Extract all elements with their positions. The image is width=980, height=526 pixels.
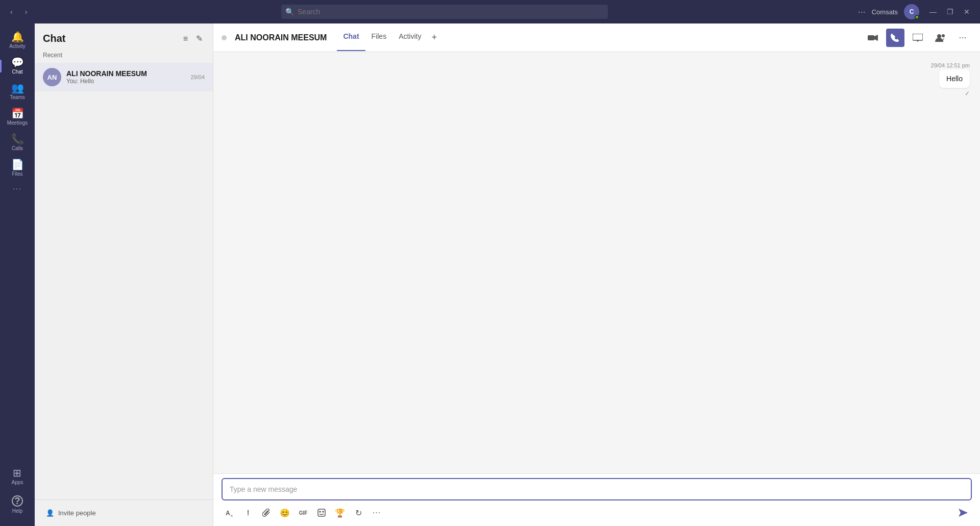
svg-rect-2 — [913, 34, 923, 40]
svg-text:x: x — [231, 513, 233, 517]
attach-button[interactable] — [258, 505, 275, 521]
video-call-button[interactable] — [864, 29, 882, 47]
sidebar-item-teams[interactable]: 👥 Teams — [0, 79, 35, 104]
tab-chat[interactable]: Chat — [337, 24, 365, 51]
message-timestamp: 29/04 12:51 pm — [931, 62, 970, 68]
message-status-icon: ✓ — [965, 90, 970, 97]
chat-icon: 💬 — [11, 57, 24, 67]
main-layout: 🔔 Activity 💬 Chat 👥 Teams 📅 Meetings 📞 C… — [0, 23, 980, 526]
panel-bottom: 👤 Invite people — [35, 499, 213, 526]
maximize-button[interactable]: ❐ — [943, 6, 958, 18]
avatar[interactable]: C — [904, 4, 919, 19]
invite-label: Invite people — [58, 509, 96, 517]
chat-header: ALI NOORAIN MEESUM Chat Files Activity + — [213, 23, 980, 52]
contact-name-header: ALI NOORAIN MEESUM — [235, 33, 327, 42]
sidebar-label-apps: Apps — [12, 480, 23, 485]
format-button[interactable]: Ax — [222, 505, 238, 521]
sidebar-item-calls[interactable]: 📞 Calls — [0, 130, 35, 155]
avatar-initials: C — [910, 8, 914, 15]
username-label: Comsats — [872, 8, 898, 16]
more-options-button[interactable]: ··· — [953, 29, 972, 47]
titlebar-right: ··· Comsats C — ❐ ✕ — [858, 4, 974, 19]
apps-icon: ⊞ — [13, 468, 21, 478]
nav-back-button[interactable]: ‹ — [6, 6, 17, 18]
participants-button[interactable] — [931, 29, 949, 47]
sidebar-item-more[interactable]: ··· — [0, 181, 35, 196]
sidebar-item-apps[interactable]: ⊞ Apps — [12, 464, 23, 489]
new-chat-button[interactable]: ✎ — [194, 32, 205, 45]
sticker-button[interactable] — [313, 505, 330, 521]
sidebar-item-help[interactable]: ? Help — [12, 491, 23, 518]
title-bar: ‹ › 🔍 ··· Comsats C — ❐ ✕ — [0, 0, 980, 23]
close-button[interactable]: ✕ — [960, 6, 974, 18]
contact-status-dot — [222, 35, 227, 40]
svg-marker-1 — [874, 35, 878, 41]
tab-files[interactable]: Files — [365, 24, 393, 51]
minimize-button[interactable]: — — [925, 6, 941, 18]
chat-panel-header: Chat ≡ ✎ — [35, 23, 213, 50]
toolbar-more-button[interactable]: ··· — [369, 505, 385, 521]
svg-rect-9 — [318, 509, 325, 516]
message-time: 29/04 — [190, 74, 205, 80]
praise-button[interactable]: 🏆 — [332, 505, 348, 521]
sidebar-item-activity[interactable]: 🔔 Activity — [0, 28, 35, 53]
filter-button[interactable]: ≡ — [181, 32, 190, 45]
message-bubble-wrap: 29/04 12:51 pm Hello ✓ — [931, 62, 970, 97]
svg-point-5 — [937, 34, 941, 38]
sidebar-item-files[interactable]: 📄 Files — [0, 155, 35, 181]
svg-point-11 — [323, 511, 324, 512]
files-icon: 📄 — [11, 159, 24, 170]
svg-point-10 — [320, 511, 321, 512]
message-preview: You: Hello — [66, 78, 185, 85]
invite-people-button[interactable]: 👤 Invite people — [43, 506, 205, 520]
svg-text:A: A — [226, 510, 230, 517]
avatar: AN — [43, 68, 61, 86]
list-item[interactable]: AN ALI NOORAIN MEESUM You: Hello 29/04 — [35, 63, 213, 91]
chat-panel-title: Chat — [43, 33, 65, 44]
messages-area: 29/04 12:51 pm Hello ✓ — [213, 52, 980, 473]
nav-controls: ‹ › — [6, 6, 31, 18]
svg-marker-12 — [959, 509, 968, 517]
search-container: 🔍 — [281, 5, 608, 19]
chat-main: ALI NOORAIN MEESUM Chat Files Activity + — [213, 23, 980, 526]
chat-info: ALI NOORAIN MEESUM You: Hello — [66, 69, 185, 85]
help-icon: ? — [12, 495, 23, 507]
message-input[interactable]: Type a new message — [222, 478, 972, 500]
input-area: Type a new message Ax ! 😊 GIF 🏆 ↻ ··· — [213, 473, 980, 526]
tab-activity[interactable]: Activity — [393, 24, 427, 51]
nav-forward-button[interactable]: › — [21, 6, 32, 18]
add-tab-button[interactable]: + — [427, 24, 441, 51]
important-button[interactable]: ! — [240, 505, 256, 521]
search-icon: 🔍 — [285, 8, 294, 16]
titlebar-more-button[interactable]: ··· — [858, 7, 866, 17]
calls-icon: 📞 — [11, 134, 24, 144]
gif-button[interactable]: GIF — [295, 505, 311, 521]
contact-name: ALI NOORAIN MEESUM — [66, 69, 185, 78]
sidebar-label-help: Help — [12, 508, 23, 514]
send-button[interactable] — [953, 504, 972, 522]
chat-panel: Chat ≡ ✎ Recent AN ALI NOORAIN MEESUM Yo… — [35, 23, 213, 526]
chat-tabs: Chat Files Activity + — [337, 24, 441, 51]
message-row: 29/04 12:51 pm Hello ✓ — [224, 62, 970, 97]
more-icon: ··· — [13, 185, 22, 192]
invite-icon: 👤 — [46, 509, 54, 517]
emoji-button[interactable]: 😊 — [277, 505, 293, 521]
sidebar-label-meetings: Meetings — [7, 120, 28, 126]
chat-list: AN ALI NOORAIN MEESUM You: Hello 29/04 — [35, 63, 213, 499]
svg-rect-0 — [868, 35, 874, 40]
sidebar-label-teams: Teams — [10, 94, 24, 100]
loop-button[interactable]: ↻ — [350, 505, 366, 521]
sidebar-label-files: Files — [12, 171, 22, 177]
activity-icon: 🔔 — [11, 32, 24, 42]
sidebar-item-chat[interactable]: 💬 Chat — [0, 53, 35, 79]
sidebar-label-calls: Calls — [12, 146, 23, 151]
svg-point-6 — [942, 34, 945, 37]
sidebar-label-activity: Activity — [9, 43, 26, 49]
sidebar-item-meetings[interactable]: 📅 Meetings — [0, 104, 35, 130]
toolbar-row: Ax ! 😊 GIF 🏆 ↻ ··· — [222, 504, 972, 522]
screen-share-button[interactable] — [909, 29, 927, 47]
search-input[interactable] — [281, 5, 608, 19]
audio-call-button[interactable] — [886, 29, 904, 47]
recent-label: Recent — [35, 50, 213, 63]
sidebar-bottom: ⊞ Apps ? Help — [12, 464, 23, 522]
